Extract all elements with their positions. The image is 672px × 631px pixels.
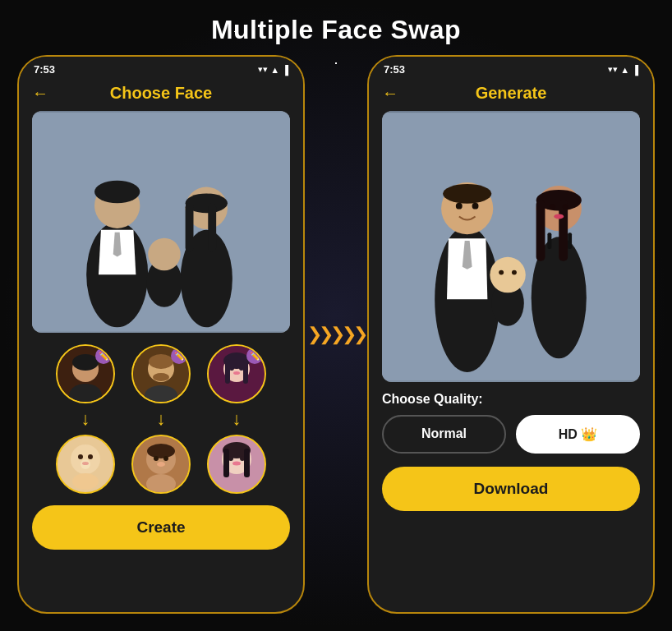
left-phone: 7:53 ▾▾ ▲ ▐ ← Choose Face xyxy=(17,55,305,614)
wifi-icon: ▲ xyxy=(270,65,279,75)
svg-rect-75 xyxy=(568,233,572,249)
quality-section: Choose Quality: Normal HD 👑 xyxy=(369,382,653,460)
normal-quality-button[interactable]: Normal xyxy=(382,415,506,454)
source-face-3[interactable]: ✏️ xyxy=(207,344,266,403)
svg-point-42 xyxy=(233,371,240,375)
target-face-1[interactable] xyxy=(56,435,115,494)
quality-buttons: Normal HD 👑 xyxy=(382,415,640,454)
svg-point-73 xyxy=(554,214,564,219)
edit-badge-2: ✏️ xyxy=(171,348,187,364)
download-button[interactable]: Download xyxy=(382,467,640,511)
status-bar-right: 7:53 ▾▾ ▲ ▐ xyxy=(369,57,653,79)
quality-label: Choose Quality: xyxy=(382,392,640,407)
create-button[interactable]: Create xyxy=(32,505,290,550)
transition-arrow: ❯❯❯❯❯ xyxy=(311,324,361,345)
wifi-icon-right: ▲ xyxy=(620,65,629,75)
face-pair-2: ✏️ ↓ xyxy=(131,344,191,494)
status-time-left: 7:53 xyxy=(34,63,55,76)
back-button-right[interactable]: ← xyxy=(382,84,398,103)
svg-point-57 xyxy=(456,203,463,210)
battery-icon: ▐ xyxy=(282,65,288,75)
svg-rect-74 xyxy=(547,233,551,249)
svg-point-63 xyxy=(490,257,525,292)
svg-point-64 xyxy=(499,270,504,275)
svg-point-27 xyxy=(149,354,173,369)
svg-point-56 xyxy=(443,184,491,204)
face-pairs: ✏️ ↓ xyxy=(19,333,303,494)
battery-icon-right: ▐ xyxy=(632,65,638,75)
svg-point-34 xyxy=(163,456,168,461)
source-photo xyxy=(32,111,290,333)
status-icons-right: ▾▾ ▲ ▐ xyxy=(608,64,638,75)
left-phone-header: ← Choose Face xyxy=(19,79,303,111)
svg-point-58 xyxy=(472,203,479,210)
back-button-left[interactable]: ← xyxy=(32,84,48,103)
svg-point-50 xyxy=(232,462,241,466)
target-face-2[interactable] xyxy=(131,435,191,494)
svg-rect-70 xyxy=(559,200,568,261)
svg-point-21 xyxy=(78,454,83,459)
svg-rect-8 xyxy=(208,203,216,251)
svg-point-23 xyxy=(82,462,89,465)
svg-rect-52 xyxy=(244,449,250,477)
svg-rect-69 xyxy=(536,200,545,261)
right-header-title: Generate xyxy=(476,84,547,103)
svg-point-33 xyxy=(154,456,159,461)
svg-rect-7 xyxy=(186,203,194,251)
family-photo-left xyxy=(32,111,290,333)
source-face-2[interactable]: ✏️ xyxy=(131,344,191,403)
svg-point-3 xyxy=(94,181,140,204)
face-pair-3: ✏️ ↓ xyxy=(207,344,266,494)
generated-photo xyxy=(382,111,640,382)
svg-rect-43 xyxy=(225,359,230,384)
svg-point-10 xyxy=(148,238,180,270)
source-face-1[interactable]: ✏️ xyxy=(56,344,115,403)
phones-container: 7:53 ▾▾ ▲ ▐ ← Choose Face xyxy=(0,55,672,614)
svg-rect-53 xyxy=(382,113,640,380)
left-header-title: Choose Face xyxy=(110,84,212,103)
arrow-down-3: ↓ xyxy=(232,410,242,428)
svg-rect-51 xyxy=(223,449,229,477)
status-icons-left: ▾▾ ▲ ▐ xyxy=(258,64,288,75)
svg-point-65 xyxy=(512,270,517,275)
signal-icon-right: ▾▾ xyxy=(608,64,618,75)
arrow-down-2: ↓ xyxy=(157,410,166,428)
signal-icon: ▾▾ xyxy=(258,64,268,75)
svg-point-28 xyxy=(153,373,169,381)
hd-quality-button[interactable]: HD 👑 xyxy=(516,415,640,454)
edit-badge-3: ✏️ xyxy=(246,348,263,364)
right-phone-header: ← Generate xyxy=(369,79,653,111)
arrow-down-1: ↓ xyxy=(81,410,90,428)
status-bar-left: 7:53 ▾▾ ▲ ▐ xyxy=(19,57,303,79)
svg-point-22 xyxy=(88,454,93,459)
status-time-right: 7:53 xyxy=(384,63,405,76)
page-title: Multiple Face Swap xyxy=(0,0,672,55)
edit-badge-1: ✏️ xyxy=(95,348,112,364)
face-pair-1: ✏️ ↓ xyxy=(56,344,115,494)
svg-point-71 xyxy=(550,204,555,210)
result-photo xyxy=(382,111,640,382)
svg-point-35 xyxy=(157,462,165,467)
svg-point-72 xyxy=(563,204,568,210)
svg-rect-44 xyxy=(243,359,248,384)
svg-point-24 xyxy=(72,473,99,490)
svg-point-32 xyxy=(147,444,175,458)
right-phone: 7:53 ▾▾ ▲ ▐ ← Generate xyxy=(367,55,655,614)
target-face-3[interactable] xyxy=(207,435,266,494)
